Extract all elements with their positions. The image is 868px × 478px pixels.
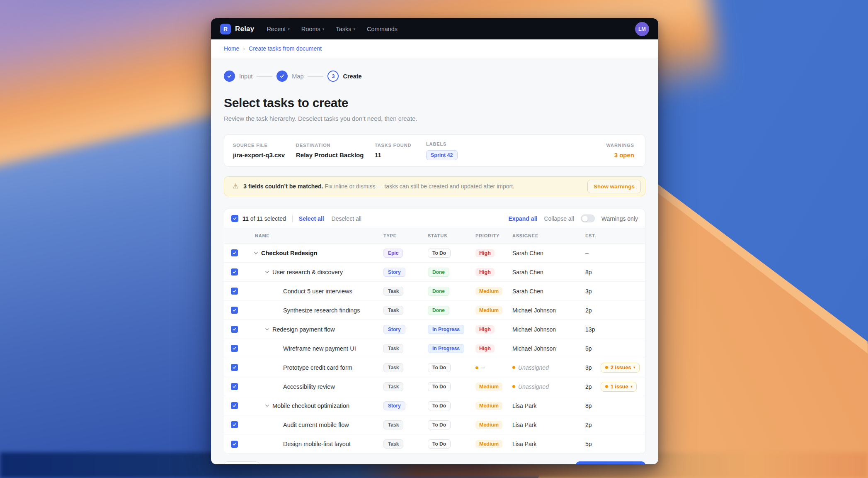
breadcrumb-home[interactable]: Home bbox=[224, 45, 239, 52]
status-badge: To Do bbox=[428, 249, 451, 258]
nav-item-label: Commands bbox=[367, 26, 398, 32]
column-header-name: NAME bbox=[244, 233, 383, 238]
breadcrumb-current[interactable]: Create tasks from document bbox=[249, 45, 322, 52]
warning-triangle-icon: ⚠ bbox=[233, 183, 238, 190]
stepper-step-label: Input bbox=[239, 73, 252, 80]
user-avatar[interactable]: LM bbox=[635, 22, 649, 36]
row-checkbox[interactable] bbox=[231, 307, 238, 314]
assignee-cell: Sarah Chen bbox=[512, 288, 577, 295]
relay-logo[interactable]: R bbox=[220, 24, 231, 34]
row-checkbox[interactable] bbox=[231, 249, 238, 256]
stepper-step-create[interactable]: 3Create bbox=[327, 71, 361, 82]
assignee-cell: Michael Johnson bbox=[512, 326, 577, 333]
issues-count: 2 issues bbox=[611, 365, 631, 371]
type-cell: Task bbox=[383, 382, 428, 391]
create-tasks-button[interactable] bbox=[576, 461, 645, 464]
summary-field-source-file: SOURCE FILEjira-export-q3.csv bbox=[233, 143, 296, 159]
type-badge: Task bbox=[383, 306, 403, 315]
status-badge: To Do bbox=[428, 382, 451, 391]
nav-item-tasks[interactable]: Tasks▾ bbox=[336, 26, 355, 32]
type-badge: Task bbox=[383, 363, 403, 372]
warning-dot bbox=[475, 366, 478, 369]
summary-field-label: LABELS bbox=[426, 141, 458, 146]
table-body: Checkout RedesignEpicTo DoHighSarah Chen… bbox=[224, 244, 645, 454]
show-warnings-button[interactable]: Show warnings bbox=[587, 180, 641, 193]
row-checkbox-cell bbox=[224, 288, 244, 295]
row-checkbox-cell bbox=[224, 326, 244, 333]
task-name-cell: Checkout Redesign bbox=[244, 250, 383, 256]
row-checkbox[interactable] bbox=[231, 345, 238, 352]
status-badge: Done bbox=[428, 287, 449, 296]
back-button[interactable] bbox=[224, 461, 259, 464]
assignee-cell: Lisa Park bbox=[512, 441, 577, 447]
assignee-cell: Lisa Park bbox=[512, 422, 577, 428]
row-checkbox[interactable] bbox=[231, 288, 238, 295]
status-cell: To Do bbox=[428, 249, 475, 258]
summary-field-tasks-found: TASKS FOUND11 bbox=[375, 143, 426, 159]
expand-all-link[interactable]: Expand all bbox=[508, 215, 537, 222]
column-header-type: TYPE bbox=[383, 233, 428, 238]
row-checkbox[interactable] bbox=[231, 326, 238, 333]
nav-item-rooms[interactable]: Rooms▾ bbox=[301, 26, 324, 32]
row-checkbox[interactable] bbox=[231, 402, 238, 409]
stepper-step-map[interactable]: Map bbox=[276, 71, 303, 82]
status-cell: To Do bbox=[428, 401, 475, 410]
collapse-all-link[interactable]: Collapse all bbox=[544, 215, 574, 222]
task-name: Prototype credit card form bbox=[283, 364, 352, 371]
priority-cell: – bbox=[475, 363, 512, 372]
stepper-step-label: Map bbox=[292, 73, 303, 80]
warnings-only-toggle[interactable] bbox=[581, 215, 595, 222]
task-table-card: 11 of 11 selected Select all Deselect al… bbox=[224, 209, 645, 454]
row-checkbox[interactable] bbox=[231, 383, 238, 390]
chevron-down-icon[interactable] bbox=[264, 403, 270, 408]
priority-badge: High bbox=[475, 268, 495, 276]
type-cell: Task bbox=[383, 439, 428, 449]
label-badge[interactable]: Sprint 42 bbox=[426, 150, 458, 160]
priority-badge: Medium bbox=[475, 383, 502, 391]
assignee-name: Lisa Park bbox=[512, 402, 536, 409]
nav-item-recent[interactable]: Recent▾ bbox=[267, 26, 289, 32]
row-checkbox[interactable] bbox=[231, 268, 238, 276]
assignee-name: Sarah Chen bbox=[512, 250, 543, 256]
task-name: User research & discovery bbox=[272, 269, 343, 276]
priority-badge: Medium bbox=[475, 402, 502, 410]
status-cell: To Do bbox=[428, 363, 475, 372]
chevron-down-icon: ▾ bbox=[630, 385, 632, 388]
summary-field-value: 11 bbox=[375, 151, 426, 159]
deselect-all-link[interactable]: Deselect all bbox=[332, 215, 361, 222]
priority-badge: High bbox=[475, 344, 495, 353]
summary-field-warnings: WARNINGS3 open bbox=[606, 143, 634, 159]
nav-item-commands[interactable]: Commands bbox=[367, 26, 398, 32]
row-checkbox[interactable] bbox=[231, 364, 238, 371]
chevron-down-icon[interactable] bbox=[264, 327, 270, 332]
issues-badge[interactable]: 1 issue▾ bbox=[601, 382, 637, 392]
select-all-link[interactable]: Select all bbox=[299, 215, 324, 222]
summary-field-label: SOURCE FILE bbox=[233, 143, 296, 148]
task-name-cell: Redesign payment flow bbox=[244, 326, 383, 333]
task-name-cell: Conduct 5 user interviews bbox=[244, 288, 383, 295]
chevron-down-icon[interactable] bbox=[253, 250, 259, 256]
check-icon bbox=[276, 71, 288, 82]
estimate-cell: 13p bbox=[577, 326, 601, 333]
assignee-name: Michael Johnson bbox=[512, 326, 556, 333]
row-checkbox[interactable] bbox=[231, 421, 238, 428]
issue-dot bbox=[605, 366, 608, 369]
chevron-down-icon: ▾ bbox=[322, 27, 325, 31]
issues-badge[interactable]: 2 issues▾ bbox=[601, 363, 640, 373]
priority-badge: High bbox=[475, 325, 495, 334]
summary-field-labels: LABELSSprint 42 bbox=[426, 141, 458, 160]
page-title: Select tasks to create bbox=[224, 96, 645, 110]
priority-cell: High bbox=[475, 325, 512, 334]
assignee-cell: Unassigned bbox=[512, 383, 577, 390]
type-badge: Task bbox=[383, 439, 403, 449]
summary-field-label: WARNINGS bbox=[606, 143, 634, 148]
chevron-down-icon[interactable] bbox=[264, 269, 270, 275]
status-cell: In Progress bbox=[428, 344, 475, 353]
task-name: Audit current mobile flow bbox=[283, 422, 349, 428]
page-subtitle: Review the task hierarchy. Deselect task… bbox=[224, 115, 645, 122]
stepper-step-input[interactable]: Input bbox=[224, 71, 252, 82]
column-header-status: STATUS bbox=[428, 233, 475, 238]
row-checkbox[interactable] bbox=[231, 441, 238, 448]
priority-badge: Medium bbox=[475, 421, 502, 429]
select-all-checkbox[interactable] bbox=[231, 215, 238, 222]
